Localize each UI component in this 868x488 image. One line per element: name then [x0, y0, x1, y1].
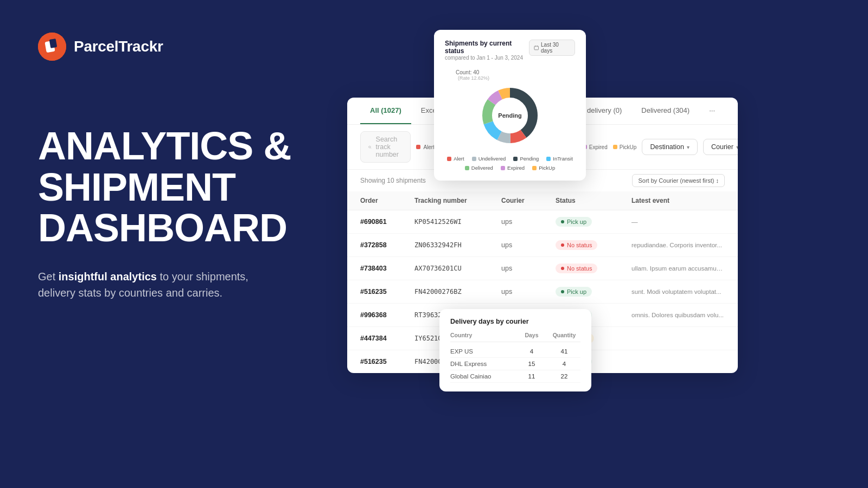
showing-label: Showing 10 shipments — [360, 177, 426, 184]
courier-table-header: Country Days Quantity — [450, 332, 580, 342]
table-header: Order Tracking number Courier Status Lat… — [347, 191, 738, 210]
donut-svg: Pending — [477, 83, 542, 148]
chevron-down-icon: ▾ — [687, 144, 690, 150]
svg-point-14 — [369, 146, 371, 147]
chevron-down-icon2: ▾ — [736, 144, 738, 150]
donut-title: Shipments by current status — [445, 40, 529, 55]
legend-mini-alert: Alert — [416, 144, 435, 150]
search-icon — [368, 144, 372, 151]
courier-filter-button[interactable]: Courier ▾ — [703, 139, 738, 155]
date-range-button[interactable]: Last 30 days — [529, 40, 575, 56]
col-tracking: Tracking number — [414, 197, 501, 204]
col-status: Status — [556, 197, 631, 204]
legend-delivered: Delivered — [465, 165, 493, 171]
col-event: Latest event — [631, 197, 725, 204]
date-range-label: Last 30 days — [541, 42, 570, 54]
donut-chart-card: Shipments by current status compared to … — [434, 30, 586, 181]
table-row[interactable]: #516235 FN42000276BZ ups Pick up sunt. M… — [347, 280, 738, 304]
col-order: Order — [360, 197, 414, 204]
courier-table-row[interactable]: Global Cainiao 11 22 — [450, 370, 580, 383]
table-row[interactable]: #372858 ZN06332942FH ups No status repud… — [347, 234, 738, 257]
calendar-icon — [534, 45, 539, 50]
svg-rect-3 — [534, 46, 538, 50]
headline: ANALYTICS &SHIPMENTDASHBOARD — [38, 126, 342, 249]
legend-expired: Expired — [501, 165, 525, 171]
svg-line-15 — [371, 147, 371, 148]
table-row[interactable]: #690861 KP05412526WI ups Pick up — — [347, 210, 738, 234]
right-panel: Shipments by current status compared to … — [347, 0, 868, 488]
logo-text: ParcelTrackr — [74, 38, 163, 55]
legend-pending: Pending — [513, 156, 539, 162]
tab-all[interactable]: All (1027) — [360, 98, 411, 124]
col-days: Days — [515, 332, 548, 338]
left-panel: ParcelTrackr ANALYTICS &SHIPMENTDASHBOAR… — [0, 0, 380, 488]
col-courier: Courier — [501, 197, 556, 204]
table-row[interactable]: #738403 AX70736201CU ups No status ullam… — [347, 257, 738, 280]
col-country: Country — [450, 332, 515, 338]
tab-more[interactable]: ··· — [699, 98, 725, 124]
courier-table-row[interactable]: DHL Express 15 4 — [450, 358, 580, 370]
headline-text: ANALYTICS &SHIPMENTDASHBOARD — [38, 124, 291, 249]
destination-filter-button[interactable]: Destination ▾ — [642, 139, 698, 155]
legend-undelivered: Undelivered — [472, 156, 506, 162]
courier-card-title: Delivery days by courier — [450, 318, 580, 325]
courier-table-row[interactable]: EXP US 4 41 — [450, 345, 580, 358]
donut-center-label: Pending — [498, 112, 521, 119]
legend-pickup: PickUp — [532, 165, 555, 171]
subtext: Get insightful analytics to your shipmen… — [38, 268, 342, 301]
legend-intransit: InTransit — [546, 156, 573, 162]
donut-count: Count: 40 (Rate 12.62%) — [445, 69, 575, 81]
legend-alert: Alert — [447, 156, 464, 162]
tab-delivered[interactable]: Delivered (304) — [631, 98, 699, 124]
legend-mini-expired2: Expired — [583, 144, 608, 150]
donut-subtitle: compared to Jan 1 - Jun 3, 2024 — [445, 55, 529, 61]
donut-legend: Alert Undelivered Pending InTransit Deli… — [445, 156, 575, 171]
search-placeholder: Search track number — [376, 136, 403, 158]
logo-icon — [38, 33, 66, 61]
search-box[interactable]: Search track number — [360, 131, 411, 163]
legend-mini-pickup2: PickUp — [613, 144, 637, 150]
courier-card: Delivery days by courier Country Days Qu… — [439, 309, 591, 391]
logo-area: ParcelTrackr — [38, 33, 342, 61]
col-qty: Quantity — [548, 332, 580, 338]
sort-button[interactable]: Sort by Courier (newest first) ↕ — [632, 174, 725, 187]
